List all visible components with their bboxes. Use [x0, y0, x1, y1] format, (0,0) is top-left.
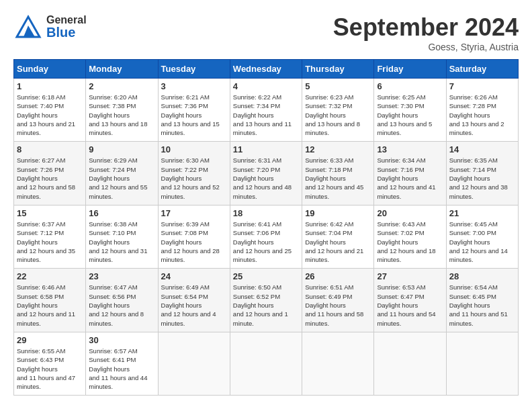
- day-number: 1: [17, 81, 83, 91]
- day-number: 21: [449, 208, 515, 218]
- cell-content: Sunrise: 6:27 AMSunset: 7:26 PMDaylight …: [17, 156, 75, 199]
- table-row: 4 Sunrise: 6:22 AMSunset: 7:34 PMDayligh…: [230, 79, 302, 142]
- cell-content: Sunrise: 6:31 AMSunset: 7:20 PMDaylight …: [233, 156, 292, 199]
- calendar-row: 29 Sunrise: 6:55 AMSunset: 6:43 PMDaylig…: [14, 332, 519, 395]
- table-row: 24 Sunrise: 6:49 AMSunset: 6:54 PMDaylig…: [158, 269, 230, 332]
- header-wednesday: Wednesday: [230, 60, 302, 79]
- cell-content: Sunrise: 6:55 AMSunset: 6:43 PMDaylight …: [17, 347, 75, 390]
- day-number: 14: [449, 144, 515, 154]
- table-row: 1 Sunrise: 6:18 AMSunset: 7:40 PMDayligh…: [14, 79, 86, 142]
- cell-content: Sunrise: 6:30 AMSunset: 7:22 PMDaylight …: [161, 156, 220, 199]
- cell-content: Sunrise: 6:23 AMSunset: 7:32 PMDaylight …: [305, 93, 360, 136]
- cell-content: Sunrise: 6:26 AMSunset: 7:28 PMDaylight …: [449, 93, 504, 136]
- table-row: 14 Sunrise: 6:35 AMSunset: 7:14 PMDaylig…: [446, 142, 518, 205]
- day-number: 12: [305, 144, 371, 154]
- header-saturday: Saturday: [446, 60, 518, 79]
- cell-content: Sunrise: 6:21 AMSunset: 7:36 PMDaylight …: [161, 93, 220, 136]
- day-number: 7: [449, 81, 515, 91]
- day-number: 15: [17, 208, 83, 218]
- table-row: [374, 332, 446, 395]
- logo-general: General: [46, 15, 87, 26]
- day-number: 28: [449, 271, 515, 281]
- cell-content: Sunrise: 6:57 AMSunset: 6:41 PMDaylight …: [89, 347, 147, 390]
- day-number: 2: [89, 81, 154, 91]
- table-row: 23 Sunrise: 6:47 AMSunset: 6:56 PMDaylig…: [86, 269, 158, 332]
- title-block: September 2024 Goess, Styria, Austria: [333, 13, 519, 52]
- cell-content: Sunrise: 6:34 AMSunset: 7:16 PMDaylight …: [377, 156, 435, 199]
- table-row: 27 Sunrise: 6:53 AMSunset: 6:47 PMDaylig…: [374, 269, 446, 332]
- cell-content: Sunrise: 6:37 AMSunset: 7:12 PMDaylight …: [17, 220, 75, 263]
- cell-content: Sunrise: 6:50 AMSunset: 6:52 PMDaylight …: [233, 283, 288, 326]
- cell-content: Sunrise: 6:53 AMSunset: 6:47 PMDaylight …: [377, 283, 435, 326]
- day-number: 27: [377, 271, 443, 281]
- cell-content: Sunrise: 6:38 AMSunset: 7:10 PMDaylight …: [89, 220, 147, 263]
- day-number: 20: [377, 208, 443, 218]
- day-number: 6: [377, 81, 443, 91]
- day-number: 25: [233, 271, 299, 281]
- header-thursday: Thursday: [302, 60, 374, 79]
- day-number: 13: [377, 144, 443, 154]
- day-number: 8: [17, 144, 83, 154]
- cell-content: Sunrise: 6:25 AMSunset: 7:30 PMDaylight …: [377, 93, 432, 136]
- table-row: 12 Sunrise: 6:33 AMSunset: 7:18 PMDaylig…: [302, 142, 374, 205]
- location: Goess, Styria, Austria: [333, 42, 519, 52]
- table-row: 13 Sunrise: 6:34 AMSunset: 7:16 PMDaylig…: [374, 142, 446, 205]
- cell-content: Sunrise: 6:43 AMSunset: 7:02 PMDaylight …: [377, 220, 435, 263]
- table-row: 3 Sunrise: 6:21 AMSunset: 7:36 PMDayligh…: [158, 79, 230, 142]
- table-row: [230, 332, 302, 395]
- day-number: 11: [233, 144, 299, 154]
- day-number: 4: [233, 81, 299, 91]
- day-number: 16: [89, 208, 154, 218]
- header-tuesday: Tuesday: [158, 60, 230, 79]
- day-number: 17: [161, 208, 227, 218]
- header-sunday: Sunday: [14, 60, 86, 79]
- logo: General Blue: [13, 13, 87, 40]
- table-row: [302, 332, 374, 395]
- table-row: 10 Sunrise: 6:30 AMSunset: 7:22 PMDaylig…: [158, 142, 230, 205]
- cell-content: Sunrise: 6:46 AMSunset: 6:58 PMDaylight …: [17, 283, 75, 326]
- calendar-header-row: Sunday Monday Tuesday Wednesday Thursday…: [14, 60, 519, 79]
- table-row: 26 Sunrise: 6:51 AMSunset: 6:49 PMDaylig…: [302, 269, 374, 332]
- header-friday: Friday: [374, 60, 446, 79]
- table-row: 19 Sunrise: 6:42 AMSunset: 7:04 PMDaylig…: [302, 205, 374, 268]
- day-number: 5: [305, 81, 371, 91]
- day-number: 9: [89, 144, 154, 154]
- month-title: September 2024: [333, 13, 519, 42]
- day-number: 29: [17, 335, 83, 345]
- table-row: 15 Sunrise: 6:37 AMSunset: 7:12 PMDaylig…: [14, 205, 86, 268]
- header-monday: Monday: [86, 60, 158, 79]
- cell-content: Sunrise: 6:20 AMSunset: 7:38 PMDaylight …: [89, 93, 147, 136]
- day-number: 24: [161, 271, 227, 281]
- day-number: 26: [305, 271, 371, 281]
- table-row: [158, 332, 230, 395]
- cell-content: Sunrise: 6:22 AMSunset: 7:34 PMDaylight …: [233, 93, 292, 136]
- calendar-table: Sunday Monday Tuesday Wednesday Thursday…: [13, 59, 519, 396]
- table-row: 22 Sunrise: 6:46 AMSunset: 6:58 PMDaylig…: [14, 269, 86, 332]
- cell-content: Sunrise: 6:18 AMSunset: 7:40 PMDaylight …: [17, 93, 75, 136]
- day-number: 18: [233, 208, 299, 218]
- table-row: 21 Sunrise: 6:45 AMSunset: 7:00 PMDaylig…: [446, 205, 518, 268]
- table-row: 17 Sunrise: 6:39 AMSunset: 7:08 PMDaylig…: [158, 205, 230, 268]
- table-row: 29 Sunrise: 6:55 AMSunset: 6:43 PMDaylig…: [14, 332, 86, 395]
- table-row: 8 Sunrise: 6:27 AMSunset: 7:26 PMDayligh…: [14, 142, 86, 205]
- calendar-row: 1 Sunrise: 6:18 AMSunset: 7:40 PMDayligh…: [14, 79, 519, 142]
- cell-content: Sunrise: 6:47 AMSunset: 6:56 PMDaylight …: [89, 283, 144, 326]
- cell-content: Sunrise: 6:54 AMSunset: 6:45 PMDaylight …: [449, 283, 508, 326]
- table-row: 11 Sunrise: 6:31 AMSunset: 7:20 PMDaylig…: [230, 142, 302, 205]
- cell-content: Sunrise: 6:35 AMSunset: 7:14 PMDaylight …: [449, 156, 508, 199]
- day-number: 30: [89, 335, 154, 345]
- cell-content: Sunrise: 6:49 AMSunset: 6:54 PMDaylight …: [161, 283, 216, 326]
- table-row: 20 Sunrise: 6:43 AMSunset: 7:02 PMDaylig…: [374, 205, 446, 268]
- cell-content: Sunrise: 6:33 AMSunset: 7:18 PMDaylight …: [305, 156, 363, 199]
- cell-content: Sunrise: 6:42 AMSunset: 7:04 PMDaylight …: [305, 220, 363, 263]
- logo-text: General Blue: [46, 15, 87, 39]
- cell-content: Sunrise: 6:51 AMSunset: 6:49 PMDaylight …: [305, 283, 363, 326]
- day-number: 19: [305, 208, 371, 218]
- calendar-row: 15 Sunrise: 6:37 AMSunset: 7:12 PMDaylig…: [14, 205, 519, 268]
- day-number: 23: [89, 271, 154, 281]
- calendar-row: 22 Sunrise: 6:46 AMSunset: 6:58 PMDaylig…: [14, 269, 519, 332]
- logo-icon: [13, 13, 44, 40]
- table-row: 28 Sunrise: 6:54 AMSunset: 6:45 PMDaylig…: [446, 269, 518, 332]
- cell-content: Sunrise: 6:29 AMSunset: 7:24 PMDaylight …: [89, 156, 147, 199]
- day-number: 3: [161, 81, 227, 91]
